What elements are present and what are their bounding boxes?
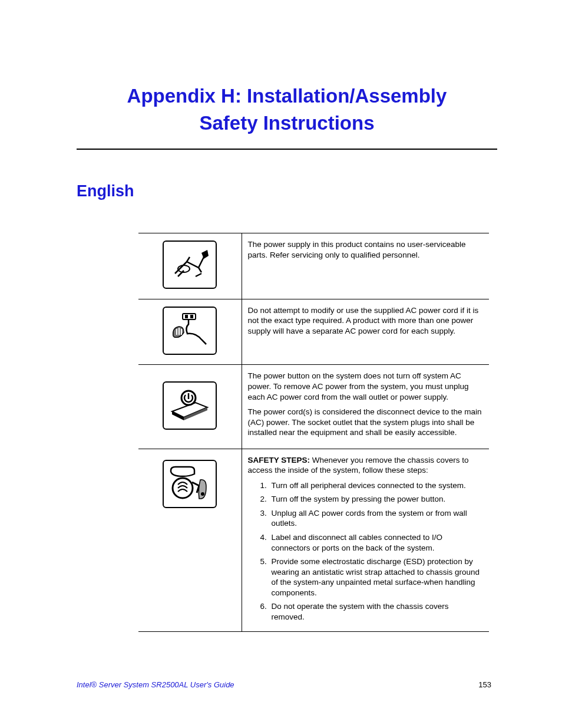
svg-point-9: [173, 478, 193, 498]
svg-rect-4: [190, 315, 193, 318]
table-row: The power supply in this product contain…: [138, 233, 489, 299]
para-2: The power cord(s) is considered the disc…: [248, 407, 484, 438]
row-text: Do not attempt to modify or use the supp…: [242, 299, 489, 365]
no-cord-modify-icon: [163, 307, 217, 355]
row-text: The power supply in this product contain…: [242, 233, 489, 299]
icon-cell: [138, 299, 242, 365]
page-title: Appendix H: Installation/Assembly Safety…: [77, 83, 497, 150]
para-1: The power button on the system does not …: [248, 371, 484, 402]
icon-cell: [138, 365, 242, 449]
title-line-2: Safety Instructions: [199, 112, 374, 134]
safety-steps-intro: SAFETY STEPS: Whenever you remove the ch…: [248, 455, 484, 476]
footer-page-number: 153: [478, 680, 491, 689]
page-footer: Intel® Server System SR2500AL User's Gui…: [77, 680, 491, 689]
safety-steps-list: Turn off all peripheral devices connecte…: [248, 480, 484, 622]
list-item: Turn off all peripheral devices connecte…: [269, 480, 484, 491]
title-line-1: Appendix H: Installation/Assembly: [127, 85, 447, 107]
list-item: Unplug all AC power cords from the syste…: [269, 508, 484, 529]
row-text: The power button on the system does not …: [242, 365, 489, 449]
list-item: Turn off the system by pressing the powe…: [269, 494, 484, 505]
servicing-icon: [163, 241, 217, 289]
icon-cell: [138, 233, 242, 299]
table-row: Do not attempt to modify or use the supp…: [138, 299, 489, 365]
table-row: The power button on the system does not …: [138, 365, 489, 449]
svg-point-10: [201, 492, 204, 496]
power-button-icon: [163, 381, 217, 430]
safety-steps-icon: [163, 460, 217, 508]
svg-rect-3: [185, 315, 188, 318]
row-text: SAFETY STEPS: Whenever you remove the ch…: [242, 449, 489, 632]
list-item: Do not operate the system with the chass…: [269, 601, 484, 622]
table-row: SAFETY STEPS: Whenever you remove the ch…: [138, 449, 489, 632]
list-item: Label and disconnect all cables connecte…: [269, 532, 484, 553]
svg-rect-2: [183, 314, 196, 319]
svg-marker-0: [201, 250, 209, 259]
safety-steps-label: SAFETY STEPS:: [248, 456, 310, 465]
list-item: Provide some electrostatic discharge (ES…: [269, 556, 484, 598]
icon-cell: [138, 449, 242, 632]
section-heading: English: [77, 182, 497, 200]
safety-table: The power supply in this product contain…: [138, 233, 489, 632]
footer-doc-title: Intel® Server System SR2500AL User's Gui…: [77, 680, 234, 689]
